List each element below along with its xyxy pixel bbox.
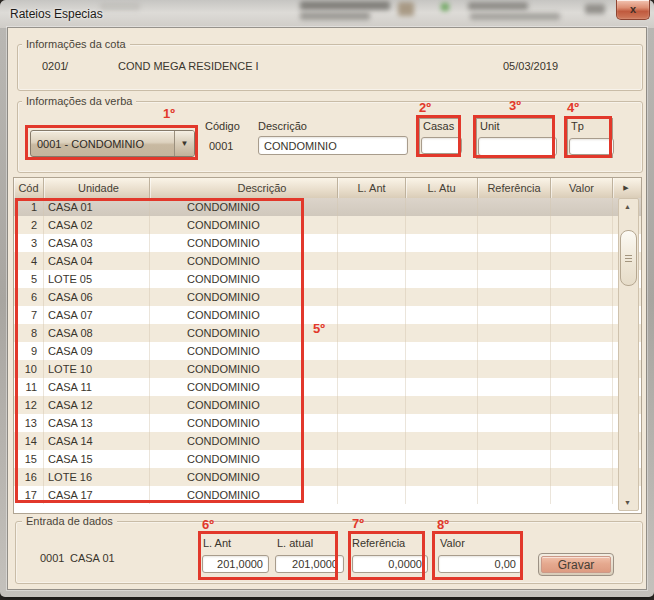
cell-referencia [478,306,551,324]
cell-referencia [478,252,551,270]
annotation-label-3: 3º [509,98,521,113]
title-bar[interactable]: Rateios Especias [0,0,654,28]
cell-l_ant [338,216,406,234]
cell-referencia [478,216,551,234]
casas-label: Casas [420,119,459,133]
cell-valor [551,468,613,486]
scrollbar-thumb[interactable] [620,230,637,286]
rateio-table: CódUnidadeDescriçãoL. AntL. AtuReferênci… [13,177,642,514]
column-header-c-d[interactable]: Cód [14,178,44,198]
cell-descricao: CONDOMINIO [150,270,338,288]
gravar-button[interactable]: Gravar [538,553,614,576]
annotation-label-6: 6º [202,517,214,532]
cell-descricao: CONDOMINIO [150,288,338,306]
nav-right-icon[interactable]: ▶ [613,178,639,198]
table-row[interactable]: 12CASA 12CONDOMINIO [14,396,641,414]
table-row[interactable]: 17CASA 17CONDOMINIO [14,486,641,504]
table-row[interactable]: 9CASA 09CONDOMINIO [14,342,641,360]
table-row[interactable]: 16LOTE 16CONDOMINIO [14,468,641,486]
cell-l_ant [338,306,406,324]
valor-label: Valor [440,537,465,549]
table-row[interactable]: 5LOTE 05CONDOMINIO [14,270,641,288]
cell-cod: 12 [14,396,44,414]
cell-l_atu [406,306,478,324]
l-ant-label: L. Ant [203,537,231,549]
annotation-label-4: 4º [567,100,579,115]
cell-l_atu [406,270,478,288]
cell-l_ant [338,342,406,360]
chevron-down-icon[interactable]: ▼ [174,131,194,156]
column-header-unidade[interactable]: Unidade [44,178,150,198]
cell-valor [551,270,613,288]
cell-referencia [478,468,551,486]
column-header-valor[interactable]: Valor [551,178,613,198]
cell-valor [551,252,613,270]
unit-field[interactable] [478,137,557,156]
cell-descricao: CONDOMINIO [150,216,338,234]
cell-cod: 7 [14,306,44,324]
table-row[interactable]: 11CASA 11CONDOMINIO [14,378,641,396]
scroll-up-icon[interactable]: ▲ [619,199,636,214]
background-smudge [300,12,370,20]
entrada-record-name: CASA 01 [70,552,115,564]
valor-field[interactable]: 0,00 [438,555,522,573]
cell-valor [551,324,613,342]
cell-valor [551,378,613,396]
l-ant-field[interactable]: 201,0000 [202,555,269,573]
cell-unidade: LOTE 05 [44,270,150,288]
group-cota-label: Informações da cota [22,38,130,50]
cell-descricao: CONDOMINIO [150,306,338,324]
close-button[interactable]: x [616,0,650,20]
l-atual-field[interactable]: 201,0000 [275,555,344,573]
table-row[interactable]: 7CASA 07CONDOMINIO [14,306,641,324]
cell-unidade: LOTE 10 [44,360,150,378]
scroll-down-icon[interactable]: ▼ [619,495,636,510]
group-entrada-label: Entrada de dados [22,515,117,527]
cell-l_ant [338,450,406,468]
column-header-l-ant[interactable]: L. Ant [338,178,406,198]
cell-referencia [478,198,551,216]
unit-label: Unit [477,119,554,133]
cell-unidade: CASA 11 [44,378,150,396]
table-row[interactable]: 6CASA 06CONDOMINIO [14,288,641,306]
cell-cod: 10 [14,360,44,378]
vertical-scrollbar[interactable]: ▲ ▼ [618,198,639,511]
cell-cod: 3 [14,234,44,252]
cell-referencia [478,414,551,432]
cell-l_atu [406,450,478,468]
cell-cod: 13 [14,414,44,432]
column-header-l-atu[interactable]: L. Atu [406,178,478,198]
table-row[interactable]: 8CASA 08CONDOMINIO [14,324,641,342]
gravar-button-face: Gravar [541,556,611,573]
casas-field[interactable] [421,137,462,154]
cell-unidade: CASA 08 [44,324,150,342]
table-row[interactable]: 14CASA 14CONDOMINIO [14,432,641,450]
referencia-field[interactable]: 0,0000 [352,555,428,573]
verba-dropdown-value: 0001 - CONDOMINIO [31,138,174,150]
table-body: 1CASA 01CONDOMINIO2CASA 02CONDOMINIO3CAS… [14,198,641,513]
table-row[interactable]: 4CASA 04CONDOMINIO [14,252,641,270]
cell-unidade: CASA 04 [44,252,150,270]
table-row[interactable]: 15CASA 15CONDOMINIO [14,450,641,468]
column-header-refer-ncia[interactable]: Referência [478,178,551,198]
cell-cod: 4 [14,252,44,270]
descricao-label: Descrição [258,120,307,132]
cell-valor [551,306,613,324]
descricao-field[interactable]: CONDOMINIO [258,136,408,155]
column-header-descri-o[interactable]: Descrição [150,178,338,198]
table-row[interactable]: 13CASA 13CONDOMINIO [14,414,641,432]
cell-referencia [478,450,551,468]
cell-referencia [478,324,551,342]
cell-l_atu [406,324,478,342]
tp-field[interactable] [569,138,614,155]
table-row[interactable]: 3CASA 03CONDOMINIO [14,234,641,252]
cell-descricao: CONDOMINIO [150,432,338,450]
cell-cod: 17 [14,486,44,504]
cell-cod: 14 [14,432,44,450]
table-row[interactable]: 2CASA 02CONDOMINIO [14,216,641,234]
table-row[interactable]: 10LOTE 10CONDOMINIO [14,360,641,378]
cell-cod: 1 [14,198,44,216]
background-smudge [470,13,560,20]
table-row[interactable]: 1CASA 01CONDOMINIO [14,198,641,216]
verba-dropdown[interactable]: 0001 - CONDOMINIO ▼ [30,130,195,157]
